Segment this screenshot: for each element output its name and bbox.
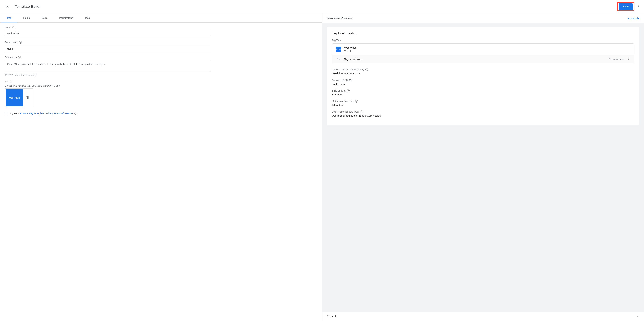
save-button[interactable]: Save	[619, 3, 633, 10]
editor-tabs: Info Fields Code Permissions Tests	[0, 13, 322, 23]
preview-right-panel: Template Preview Run Code Tag Configurat…	[322, 13, 644, 321]
description-input[interactable]	[5, 60, 211, 72]
preview-title: Template Preview	[327, 16, 352, 20]
preview-field: Event name for data layer?Use predefined…	[332, 110, 634, 117]
header: Template Editor Save	[0, 0, 644, 13]
agree-checkbox[interactable]	[5, 112, 8, 115]
editor-left-panel: Info Fields Code Permissions Tests Name …	[0, 13, 322, 321]
close-icon[interactable]	[4, 3, 11, 10]
preview-scroll[interactable]: Tag Configuration Tag Type Web Vitals We…	[322, 23, 644, 312]
tag-type-box: Web Vitals Web Vitals demirj Tag permiss…	[332, 43, 634, 63]
save-highlight-box: Save	[617, 2, 634, 11]
tab-info[interactable]: Info	[1, 13, 17, 22]
preview-field: Choose a CDN?unpkg.com	[332, 79, 634, 86]
tag-type-brand: demirj	[344, 49, 356, 52]
tab-tests[interactable]: Tests	[79, 13, 96, 22]
preview-field: Metrics configuration?All metrics	[332, 100, 634, 107]
terms-link[interactable]: Community Template Gallery Terms of Serv…	[20, 112, 73, 115]
more-menu-icon[interactable]	[635, 3, 642, 10]
agree-text: Agree to Community Template Gallery Term…	[10, 112, 73, 115]
help-icon[interactable]: ?	[360, 110, 363, 113]
icon-hint: Select only images that you have the rig…	[5, 84, 317, 87]
help-icon[interactable]: ?	[10, 80, 13, 83]
preview-field: Choose how to load the library?Load libr…	[332, 68, 634, 75]
tab-fields[interactable]: Fields	[17, 13, 36, 22]
tag-type-chip-icon: Web Vitals	[336, 47, 341, 52]
chevron-right-icon	[627, 57, 630, 61]
help-icon[interactable]: ?	[12, 26, 15, 28]
tab-code[interactable]: Code	[36, 13, 53, 22]
tag-config-title: Tag Configuration	[332, 31, 634, 35]
preview-field-label: Event name for data layer	[332, 110, 359, 113]
tag-type-name: Web Vitals	[344, 46, 356, 49]
page-title: Template Editor	[15, 4, 617, 9]
name-input[interactable]	[5, 30, 211, 37]
help-icon[interactable]: ?	[355, 100, 358, 103]
preview-field-label: Build options	[332, 89, 346, 92]
preview-field-value: Use predefined event name ("web_vitals")	[332, 114, 634, 117]
help-icon[interactable]: ?	[347, 89, 350, 92]
help-icon[interactable]: ?	[366, 68, 368, 71]
icon-chip: Web Vitals	[6, 89, 23, 106]
tag-type-row: Web Vitals Web Vitals demirj	[332, 43, 634, 55]
tag-permissions-row[interactable]: Tag permissions 3 permissions	[332, 55, 634, 63]
preview-field-value: Load library from a CDN	[332, 72, 634, 75]
tag-permissions-count: 3 permissions	[609, 58, 624, 60]
preview-field: Build options?Standard	[332, 89, 634, 96]
help-icon[interactable]: ?	[18, 56, 21, 59]
console-label: Console	[327, 315, 337, 318]
preview-field-value: Standard	[332, 93, 634, 96]
preview-field-value: unpkg.com	[332, 83, 634, 86]
description-char-count: 111/200 characters remaining	[5, 74, 317, 76]
name-label: Name	[5, 26, 11, 28]
tag-permissions-label: Tag permissions	[344, 58, 605, 61]
key-icon	[336, 57, 340, 61]
chevron-up-icon	[636, 315, 639, 318]
brand-input[interactable]	[5, 45, 211, 52]
tag-config-card: Tag Configuration Tag Type Web Vitals We…	[327, 27, 639, 125]
editor-form-scroll[interactable]: Name ? Brand name ? Description ?	[0, 23, 322, 321]
agree-prefix: Agree to	[10, 112, 20, 115]
preview-field-label: Choose how to load the library	[332, 68, 364, 71]
run-code-button[interactable]: Run Code	[628, 17, 639, 20]
tag-type-label: Tag Type	[332, 39, 634, 42]
icon-preview-card: Web Vitals	[5, 88, 34, 107]
help-icon[interactable]: ?	[19, 41, 22, 43]
preview-field-label: Metrics configuration	[332, 100, 354, 103]
trash-icon[interactable]	[26, 96, 30, 100]
console-toggle[interactable]: Console	[322, 312, 644, 321]
tab-permissions[interactable]: Permissions	[53, 13, 79, 22]
brand-label: Brand name	[5, 41, 18, 43]
help-icon[interactable]: ?	[349, 79, 352, 81]
preview-field-label: Choose a CDN	[332, 79, 348, 81]
preview-field-value: All metrics	[332, 104, 634, 107]
help-icon[interactable]: ?	[74, 112, 77, 115]
description-label: Description	[5, 56, 17, 59]
icon-label: Icon	[5, 80, 9, 83]
